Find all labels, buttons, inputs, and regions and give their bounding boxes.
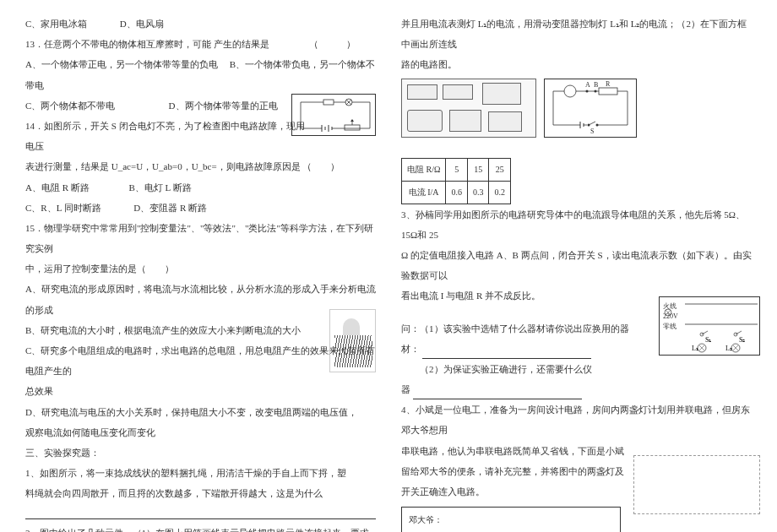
table-cell: 0.6 bbox=[446, 181, 468, 204]
svg-rect-21 bbox=[599, 88, 617, 95]
q13-option-d: D、两个物体带等量的正电 bbox=[169, 100, 278, 111]
table-row: 电阻 R/Ω 5 15 25 bbox=[402, 158, 511, 181]
svg-point-36 bbox=[585, 90, 588, 92]
svg-point-35 bbox=[595, 123, 598, 126]
svg-text:S₂: S₂ bbox=[739, 336, 745, 344]
q15-option-b: B、研究电流的大小时，根据电流产生的效应大小来判断电流的大小 bbox=[25, 320, 376, 340]
svg-rect-17 bbox=[345, 125, 360, 130]
table-header-i: 电流 I/A bbox=[402, 181, 446, 204]
q12-option-d: D、电风扇 bbox=[120, 19, 164, 29]
q13-paren: （ ） bbox=[309, 39, 356, 49]
left-column: C、家用电冰箱 D、电风扇 13．任意两个不带电的物体相互摩擦时，可能 产生的结… bbox=[25, 14, 376, 518]
q14-circuit-figure bbox=[291, 94, 376, 136]
q3-line1: 3、孙楠同学用如图所示的电路研究导体中的电流跟导体电阻的关系，他先后将 5Ω、1… bbox=[401, 204, 752, 245]
note-line1: 邓大爷： bbox=[409, 511, 613, 529]
house-circuit-figure: 火线 220V 零线 S₁ S₂ L₁ L₂ bbox=[659, 296, 760, 356]
exp2-line: 2、图中给出了几种元件。（1）在图上用笔画线表示导线把电路元件连接起来，要求 L… bbox=[25, 523, 376, 533]
svg-text:B: B bbox=[594, 81, 598, 89]
exp1-line1: 1、如图所示，将一束捻成线状的塑料捆扎绳，用清洁干燥的手自上而下捋，塑 bbox=[25, 463, 376, 483]
q15-option-d2: 观察电流如何随电压变化而变化 bbox=[25, 422, 376, 442]
svg-text:A: A bbox=[585, 81, 590, 89]
q15-option-c1: C、研究多个电阻组成的电路时，求出电路的总电阻，用总电阻产生的效果来代替所有电阻… bbox=[25, 340, 376, 381]
q14-options-row1: A、电阻 R 断路 B、电灯 L 断路 bbox=[25, 177, 376, 198]
q4-line1: 4、小斌是一位电工，准备为一房间设计电路，房间内两盏灯计划用并联电路，但房东邓大… bbox=[401, 399, 752, 440]
svg-text:S: S bbox=[590, 128, 594, 135]
q14-line2: 表进行测量，结果是 U_ac=U，U_ab=0，U_bc=，则电路故障原因是 （… bbox=[25, 156, 376, 176]
svg-text:S₁: S₁ bbox=[705, 336, 711, 344]
table-cell: 0.2 bbox=[489, 181, 511, 204]
q13-row1: A、一个物体带正电，另一个物体带等量的负电 B、一个物体带负电，另一个物体不带电 bbox=[25, 54, 376, 95]
q14-option-b: B、电灯 L 断路 bbox=[129, 182, 192, 193]
q15-line1: 15．物理学研究中常常用到"控制变量法"、"等效法"、"类比法"等科学方法，在下… bbox=[25, 218, 376, 258]
cont-line2: 路的电路图。 bbox=[401, 54, 752, 74]
svg-text:L₁: L₁ bbox=[692, 345, 698, 352]
circuit-diagram-box: A B R S bbox=[544, 79, 637, 138]
svg-point-20 bbox=[564, 85, 576, 97]
table-cell: 15 bbox=[467, 158, 489, 181]
answer-drawing-box bbox=[633, 455, 760, 514]
svg-text:L₂: L₂ bbox=[725, 345, 732, 352]
q12-option-c: C、家用电冰箱 bbox=[25, 19, 87, 29]
q3-ask2b: 器 bbox=[401, 384, 410, 394]
q15-option-d1: D、研究电流与电压的大小关系时，保持电阻大小不变，改变电阻两端的电压值， bbox=[25, 402, 376, 422]
q13-option-a: A、一个物体带正电，另一个物体带等量的负电 bbox=[25, 59, 218, 69]
note-to-landlord: 邓大爷： 您好！由于 bbox=[401, 507, 621, 532]
experiment-photo bbox=[401, 79, 536, 138]
q3-ask2b-line: 器 bbox=[401, 379, 752, 399]
q15-option-c2: 总效果 bbox=[25, 381, 376, 401]
exp1-line2: 料绳就会向四周散开，而且捋的次数越多，下端散开得越大，这是为什么 bbox=[25, 483, 376, 503]
svg-line-34 bbox=[589, 122, 595, 125]
q15-line2: 中，运用了控制变量法的是（ ） bbox=[25, 258, 376, 279]
table-cell: 25 bbox=[489, 158, 511, 181]
exp1-answer-blank-1 bbox=[25, 508, 376, 519]
table-header-r: 电阻 R/Ω bbox=[402, 158, 446, 181]
hand-rope-figure bbox=[329, 309, 376, 372]
resistance-current-table: 电阻 R/Ω 5 15 25 电流 I/A 0.6 0.3 0.2 bbox=[401, 158, 511, 204]
q12-options: C、家用电冰箱 D、电风扇 bbox=[25, 14, 376, 34]
table-cell: 0.3 bbox=[467, 181, 489, 204]
q13-option-c: C、两个物体都不带电 bbox=[25, 100, 115, 111]
q3-blank-2 bbox=[413, 389, 582, 399]
q3-ask2a: （2）为保证实验正确进行，还需要什么仪 bbox=[401, 359, 752, 379]
q3-ask1b: 材： bbox=[401, 344, 420, 354]
q3-line2: Ω 的定值电阻接入电路 A、B 两点间，闭合开关 S，读出电流表示数（如下表）。… bbox=[401, 245, 752, 285]
figure-row: A B R S 电阻 R/Ω 5 15 25 电流 I/A 0.6 0.3 0.… bbox=[401, 75, 752, 204]
table-row: 电流 I/A 0.6 0.3 0.2 bbox=[402, 181, 511, 204]
cont-line1: 并且用电流表测灯 L₁的电流，用滑动变阻器控制灯 L₁和 L₂的电流；（2）在下… bbox=[401, 14, 752, 54]
svg-rect-0 bbox=[323, 100, 334, 105]
q14-option-c: C、R、L 同时断路 bbox=[25, 203, 101, 213]
svg-text:R: R bbox=[606, 80, 611, 88]
right-column: 并且用电流表测灯 L₁的电流，用滑动变阻器控制灯 L₁和 L₂的电流；（2）在下… bbox=[401, 14, 752, 518]
table-cell: 5 bbox=[446, 158, 468, 181]
q3-blank-1 bbox=[422, 349, 591, 359]
section-3-title: 三、实验探究题： bbox=[25, 442, 376, 463]
q13-stem: 13．任意两个不带电的物体相互摩擦时，可能 产生的结果是 bbox=[25, 39, 269, 49]
q13-stem-line: 13．任意两个不带电的物体相互摩擦时，可能 产生的结果是 （ ） bbox=[25, 34, 376, 54]
svg-marker-19 bbox=[350, 119, 354, 122]
svg-point-37 bbox=[594, 90, 596, 92]
q15-option-a: A、研究电流的形成原因时，将电流与水流相比较，从分析水流的形成入手来分析电流的形… bbox=[25, 279, 376, 319]
q14-options-row2: C、R、L 同时断路 D、变阻器 R 断路 bbox=[25, 198, 376, 218]
q14-option-a: A、电阻 R 断路 bbox=[25, 182, 90, 193]
q14-option-d: D、变阻器 R 断路 bbox=[133, 203, 207, 213]
